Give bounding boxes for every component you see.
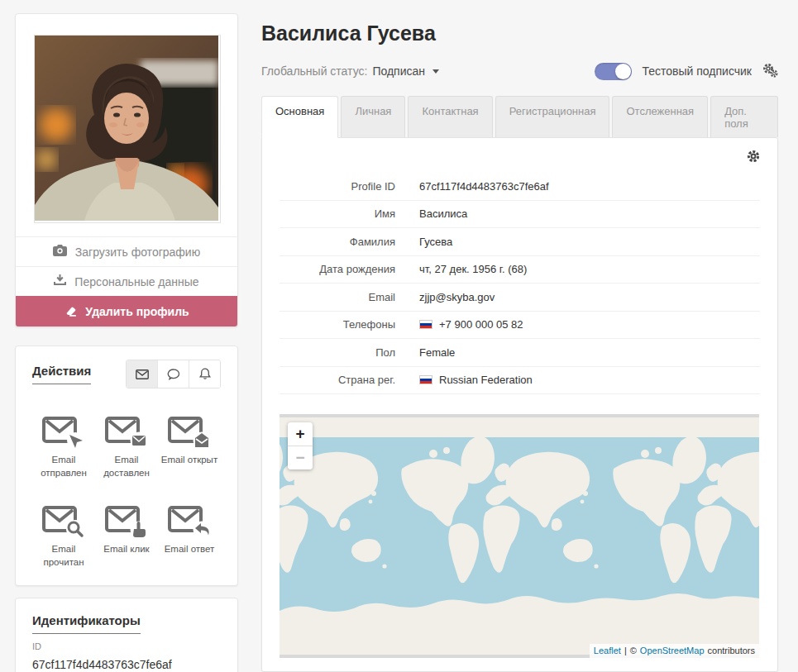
tab-registration[interactable]: Регистрационная (495, 96, 610, 137)
action-email-read[interactable]: Email прочитан (32, 504, 95, 569)
gears-icon[interactable] (762, 63, 778, 80)
field-value: Гусева (419, 236, 452, 248)
chevron-down-icon (432, 69, 439, 74)
personal-data-button[interactable]: Персональные данные (16, 266, 237, 296)
global-status-dropdown[interactable]: Глобальный статус: Подписан (261, 64, 439, 78)
chat-bubble-icon (167, 369, 180, 380)
zoom-out-button[interactable]: − (288, 446, 313, 469)
action-label: Email открыт (161, 454, 217, 467)
tab-personal[interactable]: Личная (341, 96, 405, 137)
action-email-delivered[interactable]: Email доставлен (95, 415, 158, 479)
page-title: Василиса Гусева (261, 21, 778, 45)
action-label: Email ответ (165, 543, 215, 556)
field-value: zjjp@skyba.gov (419, 291, 495, 303)
test-subscriber-toggle[interactable] (595, 63, 632, 80)
map-attribution: Leaflet | © OpenStreetMap contributors (590, 644, 759, 658)
tab-extra-fields[interactable]: Доп. поля (710, 96, 778, 137)
delete-profile-label: Удалить профиль (85, 305, 189, 318)
action-email-reply[interactable]: Email ответ (158, 504, 221, 569)
profile-fields: Profile ID 67cf117f4d4483763c7fe6af Имя … (280, 173, 760, 394)
action-email-opened[interactable]: Email открыт (158, 415, 221, 479)
field-label: Страна рег. (280, 374, 419, 386)
tab-main[interactable]: Основная (261, 96, 338, 138)
attribution-suffix: contributors (708, 646, 755, 655)
field-row-gender: Пол Female (280, 339, 760, 367)
email-opened-icon (168, 415, 211, 450)
field-label: Фамилия (280, 236, 419, 248)
field-label: Дата рождения (280, 263, 419, 275)
field-row-profile-id: Profile ID 67cf117f4d4483763c7fe6af (280, 173, 760, 201)
email-sent-icon (42, 415, 85, 450)
panel-settings-gear-icon[interactable] (747, 150, 760, 166)
profile-page: Загрузить фотографию Персональные данные… (0, 0, 798, 672)
map-zoom-control: + − (288, 422, 313, 469)
download-icon (54, 274, 66, 288)
action-label: Email клик (103, 543, 149, 556)
email-channel-button[interactable] (127, 360, 157, 388)
action-email-click[interactable]: Email клик (95, 504, 158, 569)
email-delivered-icon (105, 415, 148, 450)
field-row-phones: Телефоны +7 900 000 05 82 (280, 312, 760, 340)
zoom-in-button[interactable]: + (288, 422, 313, 446)
field-row-reg-country: Страна рег. Russian Federation (280, 367, 760, 395)
identifiers-title: Идентификаторы (32, 613, 141, 634)
identifiers-card: Идентификаторы ID 67cf117f4d4483763c7fe6… (15, 598, 238, 672)
leaflet-link[interactable]: Leaflet (594, 646, 621, 655)
global-status-label: Глобальный статус: (261, 64, 367, 78)
field-label: Profile ID (280, 180, 419, 193)
tab-tracked[interactable]: Отслеженная (612, 96, 708, 137)
field-label: Пол (280, 346, 419, 359)
channel-switcher (126, 360, 221, 388)
field-value: +7 900 000 05 82 (419, 318, 523, 331)
chat-channel-button[interactable] (157, 360, 189, 388)
field-row-birth-date: Дата рождения чт, 27 дек. 1956 г. (68) (280, 256, 760, 284)
field-row-email: Email zjjp@skyba.gov (280, 284, 760, 312)
profile-photo (34, 35, 221, 223)
upload-photo-button[interactable]: Загрузить фотографию (16, 236, 237, 266)
copyright-symbol: © (630, 646, 637, 655)
field-value: чт, 27 дек. 1956 г. (68) (419, 263, 527, 275)
leaflet-map[interactable]: + − Leaflet | © OpenStreetMap contributo… (280, 414, 759, 658)
email-reply-icon (168, 504, 211, 539)
photo-wrap (16, 14, 237, 236)
id-value: 67cf117f4d4483763c7fe6af (32, 658, 221, 671)
field-label: Телефоны (280, 318, 419, 331)
email-click-icon (105, 504, 148, 539)
action-label: Email доставлен (95, 454, 158, 479)
country-name: Russian Federation (439, 374, 533, 386)
test-subscriber-label: Тестовый подписчик (642, 64, 752, 78)
tab-panel-main: Profile ID 67cf117f4d4483763c7fe6af Имя … (261, 137, 778, 672)
action-label: Email отправлен (32, 454, 95, 479)
bell-icon (199, 368, 211, 380)
field-value: Russian Federation (419, 374, 533, 386)
actions-title: Действия (32, 364, 91, 384)
phone-number: +7 900 000 05 82 (439, 318, 523, 331)
field-value: 67cf117f4d4483763c7fe6af (419, 180, 549, 193)
action-tiles: Email отправлен Email доставлен (32, 415, 221, 569)
toggle-knob (615, 64, 631, 79)
id-label: ID (32, 641, 221, 651)
tab-contact[interactable]: Контактная (408, 96, 492, 137)
field-label: Имя (280, 207, 419, 220)
personal-data-label: Персональные данные (74, 275, 198, 288)
eraser-icon (64, 304, 77, 319)
field-row-last-name: Фамилия Гусева (280, 228, 760, 256)
world-map (280, 414, 759, 658)
global-status-value: Подписан (372, 64, 425, 78)
openstreetmap-link[interactable]: OpenStreetMap (640, 646, 705, 655)
camera-icon (53, 245, 67, 259)
russia-flag-icon (419, 375, 432, 384)
delete-profile-button[interactable]: Удалить профиль (16, 296, 237, 326)
field-value: Василиса (419, 207, 467, 220)
action-email-sent[interactable]: Email отправлен (32, 415, 95, 479)
email-read-icon (42, 504, 85, 539)
attribution-separator: | (624, 646, 627, 655)
status-row: Глобальный статус: Подписан Тестовый под… (261, 61, 778, 81)
field-value: Female (419, 346, 455, 359)
test-subscriber-control: Тестовый подписчик (595, 63, 778, 80)
action-label: Email прочитан (32, 543, 95, 569)
russia-flag-icon (419, 320, 432, 329)
actions-card: Действия (15, 346, 238, 586)
notification-channel-button[interactable] (189, 360, 220, 388)
tab-bar: Основная Личная Контактная Регистрационн… (261, 96, 778, 137)
